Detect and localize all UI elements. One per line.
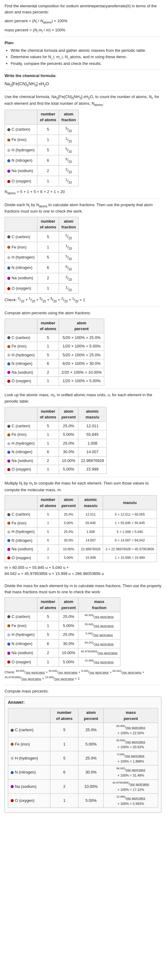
table-row: C (carbon)55/20 — [5, 231, 79, 242]
mass-fraction-table: numberof atoms atompercent massfraction … — [5, 597, 120, 667]
element-cell: C (carbon) — [5, 124, 37, 135]
table-row: Fe (iron)15.00%55.845/266.96053856× 100%… — [8, 737, 158, 751]
table-row: Fe (iron)11/20 × 100% = 5.00% — [5, 342, 104, 351]
element-cell: H (hydrogen) — [5, 527, 37, 536]
element-cell: H (hydrogen) — [5, 145, 37, 155]
table-row: C (carbon)525.0%60.055/266.96053856× 100… — [8, 723, 158, 737]
element-cell: Na (sodium) — [5, 273, 37, 283]
element-cell: O (oxygen) — [8, 794, 51, 808]
element-cell: N (nitrogen) — [5, 639, 37, 648]
element-cell: N (nitrogen) — [5, 448, 37, 457]
col-atom-percent: atompercent — [59, 495, 78, 510]
element-cell: N (nitrogen) — [5, 536, 37, 545]
element-cell: H (hydrogen) — [8, 751, 51, 765]
col-atom-fraction: atomfraction — [59, 217, 79, 231]
table-row: Na (sodium)22/20 — [5, 273, 79, 283]
col-atomic-mass: atomicmass/u — [78, 495, 103, 510]
table-row: Na (sodium)210.00%22.98976928 — [5, 456, 107, 465]
element-cell: O (oxygen) — [5, 554, 37, 562]
element-cell: Fe (iron) — [5, 621, 37, 630]
multiply-instruction: Multiply Ni by mi to compute the mass fo… — [5, 480, 161, 493]
plan-title: Plan: — [5, 40, 161, 46]
element-cell: C (carbon) — [5, 333, 37, 342]
table-row: N (nitrogen)630.0%14.007 — [5, 448, 107, 457]
col-mass: mass/u — [103, 495, 157, 510]
col-atom-percent: atompercent — [59, 598, 78, 612]
element-cell: Na (sodium) — [5, 648, 37, 657]
chemical-formula: Na2[Fe(CN)5NH3]·xH2O — [5, 81, 161, 88]
element-cell: N (nitrogen) — [5, 360, 37, 368]
table-row: H (hydrogen)55/20 × 100% = 25.0% — [5, 350, 104, 360]
table-row: Fe (iron)15.00%55.8451 × 55.845 = 55.845 — [5, 519, 157, 527]
col-element — [5, 318, 37, 333]
write-formula-title: Write the chemical formula: — [5, 73, 161, 79]
atom-percent-instruction: Compute atom percents using the atom fra… — [5, 310, 161, 316]
col-num-atoms: numberof atoms — [37, 598, 58, 612]
col-num-atoms: numberof atoms — [37, 217, 58, 231]
table-row: O (oxygen)11/20 × 100% = 5.00% — [5, 377, 104, 385]
col-num-atoms: numberof atoms — [37, 495, 58, 510]
element-cell: O (oxygen) — [5, 377, 37, 385]
table-row: C (carbon)55/20 — [5, 124, 79, 135]
count-instruction: Use the chemical formula, Na2[Fe(CN)5NH3… — [5, 94, 161, 107]
element-cell: N (nitrogen) — [8, 765, 51, 779]
element-cell: Fe (iron) — [5, 519, 37, 527]
element-cell: O (oxygen) — [5, 176, 37, 186]
divide-instruction: Divide each Ni by Natoms to calculate at… — [5, 202, 161, 215]
element-cell: C (carbon) — [5, 510, 37, 519]
plan-step-1: Write the chemical formula and gather at… — [11, 48, 161, 54]
element-cell: N (nitrogen) — [5, 262, 37, 273]
table-row: O (oxygen)15.00%15.9991 × 15.999 = 15.99… — [5, 554, 157, 562]
element-cell: Na (sodium) — [5, 165, 37, 176]
table-row: Fe (iron)11/20 — [5, 135, 79, 145]
table-row: O (oxygen)11/20 — [5, 176, 79, 186]
col-mass-percent: masspercent — [104, 708, 158, 723]
element-cell: H (hydrogen) — [5, 630, 37, 639]
element-cell: Fe (iron) — [5, 430, 37, 439]
answer-table: numberof atoms atompercent masspercent C… — [8, 708, 158, 808]
table-row: C (carbon)525.0%60.055/266.96053856 — [5, 612, 120, 621]
mass-percent-formula: mass percent = (Ni·mi / m) × 100% — [5, 27, 161, 34]
element-cell: H (hydrogen) — [5, 252, 37, 262]
table-row: Na (sodium)210.00%45.97953856/266.960538… — [5, 648, 120, 657]
table-row: H (hydrogen)55/20 — [5, 145, 79, 155]
element-cell: O (oxygen) — [5, 283, 37, 294]
answer-label: Answer: — [8, 699, 158, 706]
col-num-atoms: numberof atoms — [37, 407, 58, 422]
table-row: N (nitrogen)630.0%84.042/266.96053856× 1… — [8, 765, 158, 779]
table-row: C (carbon)525.0%12.0115 × 12.011 = 60.05… — [5, 510, 157, 519]
table-row: C (carbon)525.0%12.011 — [5, 422, 107, 430]
element-cell: Fe (iron) — [5, 135, 37, 145]
table-row: H (hydrogen)55/20 — [5, 252, 79, 262]
atom-fraction-check: Check: 5/20 + 1/20 + 5/20 + 6/20 + 2/20 … — [5, 296, 161, 304]
element-cell: Na (sodium) — [8, 779, 51, 793]
element-cell: C (carbon) — [5, 612, 37, 621]
mass-percent-instruction: Compute mass percents: — [5, 688, 161, 694]
plan-list: Write the chemical formula and gather at… — [5, 48, 161, 67]
intro-text: Find the elemental composition for sodiu… — [5, 3, 161, 15]
table-row: O (oxygen)11/20 — [5, 283, 79, 294]
col-element — [5, 598, 37, 612]
table-row: N (nitrogen)630.0%84.042/266.96053856 — [5, 639, 120, 648]
element-cell: C (carbon) — [8, 723, 51, 737]
table-row: C (carbon)55/20 × 100% = 25.0% — [5, 333, 104, 342]
mass-calc-table: numberof atoms atompercent atomicmass/u … — [5, 495, 157, 562]
col-atom-percent: atompercent — [59, 407, 78, 422]
col-num-atoms: numberof atoms — [37, 110, 58, 124]
col-element — [5, 407, 37, 422]
table-row: Na (sodium)210.00%22.989769282 × 22.9897… — [5, 545, 157, 554]
element-cell: Na (sodium) — [5, 368, 37, 377]
table-row: N (nitrogen)630.0%14.0076 × 14.007 = 84.… — [5, 536, 157, 545]
atom-percent-table: numberof atoms atompercent C (carbon)55/… — [5, 318, 104, 385]
element-cell: C (carbon) — [5, 422, 37, 430]
element-cell: Na (sodium) — [5, 456, 37, 465]
table-row: N (nitrogen)66/20 × 100% = 30.0% — [5, 360, 104, 368]
col-mass-fraction: massfraction — [78, 598, 120, 612]
natoms-total: Natoms = 5 + 1 + 5 + 6 + 2 + 1 = 20 — [5, 189, 161, 196]
element-cell: Fe (iron) — [5, 242, 37, 252]
col-atom-fraction: atomfraction — [59, 110, 79, 124]
table-row: H (hydrogen)525.0%5.040/266.96053856× 10… — [8, 751, 158, 765]
table-row: Fe (iron)11/20 — [5, 242, 79, 252]
col-element — [5, 217, 37, 231]
element-cell: H (hydrogen) — [5, 350, 37, 360]
